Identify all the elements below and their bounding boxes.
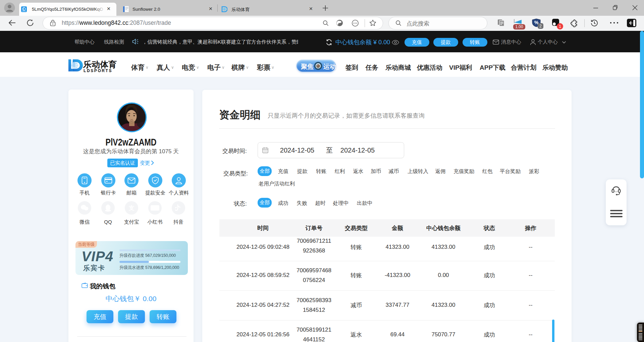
svg-text:1: 1	[559, 24, 561, 29]
svg-text:支: 支	[128, 205, 135, 211]
svg-text:1.00: 1.00	[515, 24, 523, 29]
svg-text:2: 2	[539, 24, 542, 28]
